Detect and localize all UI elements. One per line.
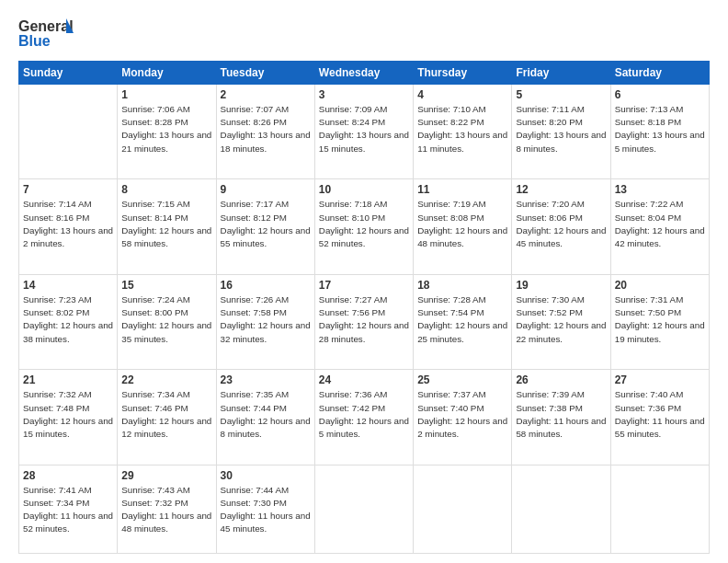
calendar-cell <box>512 465 610 553</box>
day-info: Sunrise: 7:32 AM Sunset: 7:48 PM Dayligh… <box>23 388 113 441</box>
calendar-cell: 7Sunrise: 7:14 AM Sunset: 8:16 PM Daylig… <box>19 179 118 274</box>
day-info: Sunrise: 7:31 AM Sunset: 7:50 PM Dayligh… <box>615 293 705 346</box>
calendar-cell: 20Sunrise: 7:31 AM Sunset: 7:50 PM Dayli… <box>610 274 709 369</box>
calendar-cell: 19Sunrise: 7:30 AM Sunset: 7:52 PM Dayli… <box>512 274 610 369</box>
weekday-header-saturday: Saturday <box>610 62 709 85</box>
calendar-week-row: 28Sunrise: 7:41 AM Sunset: 7:34 PM Dayli… <box>19 465 710 553</box>
calendar-cell: 24Sunrise: 7:36 AM Sunset: 7:42 PM Dayli… <box>314 370 413 465</box>
calendar-cell <box>414 465 512 553</box>
day-number: 17 <box>319 279 409 292</box>
svg-text:General: General <box>18 18 74 34</box>
day-info: Sunrise: 7:35 AM Sunset: 7:44 PM Dayligh… <box>221 388 311 441</box>
day-number: 20 <box>615 279 705 292</box>
calendar-week-row: 14Sunrise: 7:23 AM Sunset: 8:02 PM Dayli… <box>19 274 710 369</box>
weekday-header-thursday: Thursday <box>414 62 512 85</box>
calendar-cell: 12Sunrise: 7:20 AM Sunset: 8:06 PM Dayli… <box>512 179 610 274</box>
day-info: Sunrise: 7:22 AM Sunset: 8:04 PM Dayligh… <box>615 198 705 250</box>
calendar-cell: 21Sunrise: 7:32 AM Sunset: 7:48 PM Dayli… <box>19 370 118 465</box>
day-info: Sunrise: 7:15 AM Sunset: 8:14 PM Dayligh… <box>121 198 211 250</box>
day-info: Sunrise: 7:18 AM Sunset: 8:10 PM Dayligh… <box>319 198 409 250</box>
day-number: 21 <box>23 373 113 386</box>
calendar-week-row: 1Sunrise: 7:06 AM Sunset: 8:28 PM Daylig… <box>19 85 710 179</box>
calendar-cell <box>314 465 413 553</box>
day-number: 9 <box>221 183 311 196</box>
calendar-cell: 16Sunrise: 7:26 AM Sunset: 7:58 PM Dayli… <box>216 274 314 369</box>
day-info: Sunrise: 7:41 AM Sunset: 7:34 PM Dayligh… <box>23 484 113 536</box>
day-number: 7 <box>23 183 113 196</box>
day-info: Sunrise: 7:26 AM Sunset: 7:58 PM Dayligh… <box>221 293 311 346</box>
page: GeneralBlue SundayMondayTuesdayWednesday… <box>0 0 728 563</box>
day-info: Sunrise: 7:44 AM Sunset: 7:30 PM Dayligh… <box>221 484 311 536</box>
svg-text:Blue: Blue <box>18 33 51 49</box>
day-info: Sunrise: 7:40 AM Sunset: 7:36 PM Dayligh… <box>615 388 705 441</box>
weekday-header-monday: Monday <box>118 62 216 85</box>
day-number: 19 <box>516 279 606 292</box>
day-number: 26 <box>516 373 606 386</box>
day-number: 18 <box>417 279 507 292</box>
calendar-cell: 14Sunrise: 7:23 AM Sunset: 8:02 PM Dayli… <box>19 274 118 369</box>
day-number: 22 <box>121 373 211 386</box>
day-number: 14 <box>23 279 113 292</box>
day-number: 15 <box>121 279 211 292</box>
header: GeneralBlue <box>18 17 710 52</box>
logo: GeneralBlue <box>18 17 74 52</box>
calendar-cell: 27Sunrise: 7:40 AM Sunset: 7:36 PM Dayli… <box>610 370 709 465</box>
weekday-header-friday: Friday <box>512 62 610 85</box>
day-info: Sunrise: 7:24 AM Sunset: 8:00 PM Dayligh… <box>121 293 211 346</box>
day-number: 11 <box>417 183 507 196</box>
calendar-cell: 9Sunrise: 7:17 AM Sunset: 8:12 PM Daylig… <box>216 179 314 274</box>
day-number: 10 <box>319 183 409 196</box>
day-info: Sunrise: 7:10 AM Sunset: 8:22 PM Dayligh… <box>417 103 507 155</box>
day-number: 4 <box>417 88 507 101</box>
day-info: Sunrise: 7:13 AM Sunset: 8:18 PM Dayligh… <box>615 103 705 155</box>
day-info: Sunrise: 7:17 AM Sunset: 8:12 PM Dayligh… <box>221 198 311 250</box>
day-number: 6 <box>615 88 705 101</box>
day-number: 30 <box>221 469 311 482</box>
calendar-week-row: 21Sunrise: 7:32 AM Sunset: 7:48 PM Dayli… <box>19 370 710 465</box>
calendar-cell: 17Sunrise: 7:27 AM Sunset: 7:56 PM Dayli… <box>314 274 413 369</box>
day-number: 16 <box>221 279 311 292</box>
calendar-cell: 28Sunrise: 7:41 AM Sunset: 7:34 PM Dayli… <box>19 465 118 553</box>
day-info: Sunrise: 7:19 AM Sunset: 8:08 PM Dayligh… <box>417 198 507 250</box>
day-info: Sunrise: 7:36 AM Sunset: 7:42 PM Dayligh… <box>319 388 409 441</box>
day-number: 28 <box>23 469 113 482</box>
day-number: 29 <box>121 469 211 482</box>
day-info: Sunrise: 7:20 AM Sunset: 8:06 PM Dayligh… <box>516 198 606 250</box>
day-number: 2 <box>221 88 311 101</box>
day-info: Sunrise: 7:23 AM Sunset: 8:02 PM Dayligh… <box>23 293 113 346</box>
day-info: Sunrise: 7:06 AM Sunset: 8:28 PM Dayligh… <box>121 103 211 155</box>
calendar-cell: 4Sunrise: 7:10 AM Sunset: 8:22 PM Daylig… <box>414 85 512 179</box>
day-info: Sunrise: 7:37 AM Sunset: 7:40 PM Dayligh… <box>417 388 507 441</box>
day-info: Sunrise: 7:30 AM Sunset: 7:52 PM Dayligh… <box>516 293 606 346</box>
calendar-week-row: 7Sunrise: 7:14 AM Sunset: 8:16 PM Daylig… <box>19 179 710 274</box>
calendar-cell <box>19 85 118 179</box>
day-info: Sunrise: 7:28 AM Sunset: 7:54 PM Dayligh… <box>417 293 507 346</box>
day-number: 13 <box>615 183 705 196</box>
calendar-cell: 3Sunrise: 7:09 AM Sunset: 8:24 PM Daylig… <box>314 85 413 179</box>
calendar-cell: 8Sunrise: 7:15 AM Sunset: 8:14 PM Daylig… <box>118 179 216 274</box>
calendar-cell: 22Sunrise: 7:34 AM Sunset: 7:46 PM Dayli… <box>118 370 216 465</box>
weekday-header-tuesday: Tuesday <box>216 62 314 85</box>
day-number: 24 <box>319 373 409 386</box>
calendar-cell: 2Sunrise: 7:07 AM Sunset: 8:26 PM Daylig… <box>216 85 314 179</box>
calendar-cell: 1Sunrise: 7:06 AM Sunset: 8:28 PM Daylig… <box>118 85 216 179</box>
day-info: Sunrise: 7:39 AM Sunset: 7:38 PM Dayligh… <box>516 388 606 441</box>
day-info: Sunrise: 7:14 AM Sunset: 8:16 PM Dayligh… <box>23 198 113 250</box>
day-number: 27 <box>615 373 705 386</box>
day-number: 3 <box>319 88 409 101</box>
calendar-cell: 11Sunrise: 7:19 AM Sunset: 8:08 PM Dayli… <box>414 179 512 274</box>
calendar-cell: 25Sunrise: 7:37 AM Sunset: 7:40 PM Dayli… <box>414 370 512 465</box>
day-info: Sunrise: 7:43 AM Sunset: 7:32 PM Dayligh… <box>121 484 211 536</box>
logo-svg: GeneralBlue <box>18 17 74 52</box>
day-number: 1 <box>121 88 211 101</box>
calendar-cell: 15Sunrise: 7:24 AM Sunset: 8:00 PM Dayli… <box>118 274 216 369</box>
day-info: Sunrise: 7:07 AM Sunset: 8:26 PM Dayligh… <box>221 103 311 155</box>
calendar-cell: 30Sunrise: 7:44 AM Sunset: 7:30 PM Dayli… <box>216 465 314 553</box>
calendar-cell <box>610 465 709 553</box>
day-info: Sunrise: 7:34 AM Sunset: 7:46 PM Dayligh… <box>121 388 211 441</box>
day-number: 5 <box>516 88 606 101</box>
calendar-cell: 23Sunrise: 7:35 AM Sunset: 7:44 PM Dayli… <box>216 370 314 465</box>
day-info: Sunrise: 7:27 AM Sunset: 7:56 PM Dayligh… <box>319 293 409 346</box>
calendar-cell: 6Sunrise: 7:13 AM Sunset: 8:18 PM Daylig… <box>610 85 709 179</box>
day-number: 23 <box>221 373 311 386</box>
